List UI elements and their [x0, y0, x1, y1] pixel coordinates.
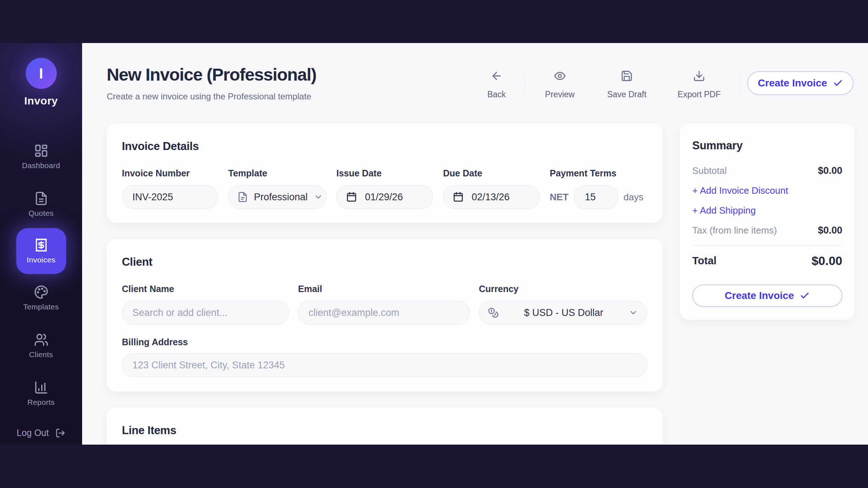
check-icon — [800, 291, 810, 301]
client-heading: Client — [122, 256, 647, 269]
page-subtitle: Create a new invoice using the Professio… — [107, 91, 311, 102]
arrow-left-icon — [490, 70, 503, 82]
export-pdf-button[interactable]: Export PDF — [670, 70, 728, 99]
download-icon — [693, 70, 705, 82]
payment-terms-suffix: days — [624, 192, 643, 203]
template-value: Professional — [254, 192, 308, 203]
invoice-details-heading: Invoice Details — [122, 140, 647, 153]
line-items-card: Line Items — [107, 407, 663, 445]
back-button[interactable]: Back — [478, 70, 515, 99]
client-card: Client Client Name Email Currency $ USD … — [107, 239, 663, 391]
sidebar-item-label: Dashboard — [22, 161, 60, 170]
summary-card: Summary Subtotal $0.00 + Add Invoice Dis… — [680, 123, 855, 320]
summary-heading: Summary — [692, 139, 842, 152]
quote-document-icon — [34, 191, 48, 206]
summary-divider — [692, 245, 842, 246]
sidebar-item-reports[interactable]: Reports — [16, 369, 66, 417]
sidebar-item-label: Reports — [27, 398, 55, 407]
create-invoice-label: Create Invoice — [758, 77, 827, 89]
line-items-heading: Line Items — [122, 424, 647, 437]
logout-button[interactable]: Log Out — [0, 428, 82, 438]
create-invoice-button-header[interactable]: Create Invoice — [747, 71, 854, 95]
header-divider — [740, 72, 740, 95]
dashboard-grid-icon — [34, 144, 48, 158]
due-date-label: Due Date — [443, 168, 540, 179]
export-pdf-label: Export PDF — [678, 90, 721, 99]
add-shipping-link[interactable]: + Add Shipping — [692, 205, 842, 216]
app-logo: I — [26, 58, 57, 89]
total-label: Total — [692, 255, 716, 267]
sidebar-nav: Dashboard Quotes Invoices Templates Clie… — [0, 133, 82, 417]
chevron-down-icon — [314, 192, 323, 202]
due-date-value: 02/13/26 — [472, 192, 510, 203]
template-file-icon — [237, 192, 248, 202]
save-draft-button[interactable]: Save Draft — [601, 70, 652, 99]
subtotal-value: $0.00 — [818, 165, 842, 176]
calendar-icon — [453, 192, 464, 202]
chevron-down-icon — [629, 308, 638, 317]
sidebar-item-label: Templates — [23, 303, 59, 311]
currency-label: Currency — [479, 284, 647, 294]
template-label: Template — [228, 168, 326, 179]
payment-terms-input[interactable] — [574, 185, 618, 209]
receipt-dollar-icon — [34, 238, 48, 252]
sidebar-item-templates[interactable]: Templates — [16, 274, 66, 322]
issue-date-value: 01/29/26 — [365, 192, 403, 203]
tax-value: $0.00 — [818, 225, 842, 236]
back-label: Back — [487, 90, 506, 99]
client-name-input[interactable] — [122, 301, 289, 325]
create-invoice-button-summary[interactable]: Create Invoice — [692, 284, 842, 307]
calendar-icon — [346, 192, 357, 202]
save-icon — [621, 70, 633, 82]
due-date-input[interactable]: 02/13/26 — [443, 185, 540, 209]
logout-label: Log Out — [17, 428, 49, 438]
logo-letter: I — [39, 65, 43, 82]
template-select[interactable]: Professional — [228, 185, 326, 209]
check-icon — [833, 78, 843, 88]
palette-icon — [34, 285, 48, 299]
email-input[interactable] — [298, 301, 470, 325]
add-invoice-discount-link[interactable]: + Add Invoice Discount — [692, 185, 842, 196]
logout-icon — [55, 428, 65, 438]
main-panel: New Invoice (Professional) Create a new … — [82, 43, 868, 445]
sidebar-item-quotes[interactable]: Quotes — [16, 180, 66, 228]
header-divider — [524, 72, 525, 95]
payment-terms-prefix: NET — [550, 192, 569, 203]
bar-chart-icon — [34, 380, 48, 395]
create-invoice-label: Create Invoice — [725, 290, 794, 301]
currency-select[interactable]: $ USD - US Dollar — [479, 301, 647, 325]
coins-icon — [488, 307, 499, 318]
issue-date-input[interactable]: 01/29/26 — [336, 185, 433, 209]
eye-icon — [554, 70, 566, 82]
subtotal-label: Subtotal — [692, 165, 727, 176]
invoice-number-input[interactable] — [122, 185, 218, 209]
subtotal-row: Subtotal $0.00 — [692, 165, 842, 176]
tax-label: Tax (from line items) — [692, 225, 777, 236]
billing-address-input[interactable] — [122, 353, 647, 377]
users-icon — [34, 333, 48, 347]
client-name-label: Client Name — [122, 284, 289, 294]
sidebar-item-invoices[interactable]: Invoices — [16, 228, 66, 274]
page-title: New Invoice (Professional) — [107, 65, 316, 85]
sidebar-item-dashboard[interactable]: Dashboard — [16, 133, 66, 180]
payment-terms-label: Payment Terms — [550, 168, 647, 179]
issue-date-label: Issue Date — [336, 168, 433, 179]
sidebar-item-label: Quotes — [29, 209, 54, 218]
sidebar-item-label: Invoices — [27, 256, 55, 264]
sidebar-item-clients[interactable]: Clients — [16, 322, 66, 369]
sidebar: I Invory Dashboard Quotes Invoices Templ… — [0, 43, 82, 445]
invoice-number-label: Invoice Number — [122, 168, 218, 179]
preview-label: Preview — [545, 90, 575, 99]
tax-row: Tax (from line items) $0.00 — [692, 225, 842, 236]
total-value: $0.00 — [812, 254, 842, 268]
total-row: Total $0.00 — [692, 254, 842, 268]
email-label: Email — [298, 284, 470, 294]
invoice-details-card: Invoice Details Invoice Number Template … — [107, 123, 663, 223]
sidebar-item-label: Clients — [29, 350, 53, 359]
preview-button[interactable]: Preview — [538, 70, 582, 99]
billing-address-label: Billing Address — [122, 337, 647, 347]
save-draft-label: Save Draft — [607, 90, 647, 99]
currency-value: $ USD - US Dollar — [505, 307, 623, 318]
app-name: Invory — [0, 95, 82, 107]
